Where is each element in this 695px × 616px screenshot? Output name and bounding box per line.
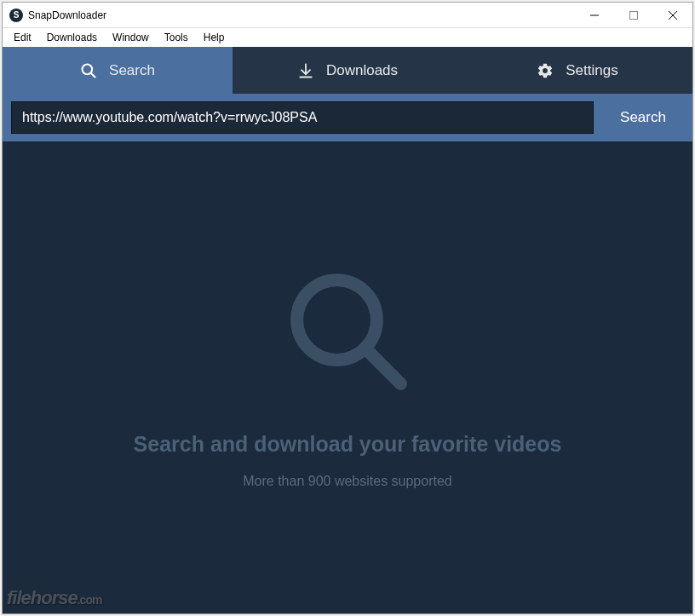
- magnifier-icon: [284, 267, 411, 398]
- app-icon: S: [9, 9, 23, 22]
- svg-line-5: [91, 72, 95, 77]
- tab-settings-label: Settings: [566, 62, 617, 79]
- tab-downloads-label: Downloads: [326, 62, 398, 79]
- tab-search[interactable]: Search: [3, 47, 233, 94]
- menu-help[interactable]: Help: [196, 30, 233, 45]
- menu-window[interactable]: Window: [105, 30, 157, 45]
- menu-edit[interactable]: Edit: [6, 30, 39, 45]
- menu-tools[interactable]: Tools: [157, 30, 196, 45]
- menubar: Edit Downloads Window Tools Help: [3, 28, 692, 47]
- window-controls: [575, 3, 692, 28]
- watermark: filehorse.com: [7, 587, 101, 609]
- search-icon: [80, 62, 97, 79]
- hero-title: Search and download your favorite videos: [134, 432, 562, 457]
- menu-downloads[interactable]: Downloads: [39, 30, 105, 45]
- app-window: S SnapDownloader Edit Downloads Window T…: [2, 2, 693, 614]
- app-body: Search Downloads Settings: [3, 47, 692, 613]
- url-input[interactable]: [11, 101, 594, 134]
- window-title: SnapDownloader: [28, 9, 106, 21]
- titlebar: S SnapDownloader: [3, 3, 692, 28]
- tab-search-label: Search: [109, 62, 155, 79]
- svg-rect-1: [630, 11, 638, 19]
- minimize-button[interactable]: [575, 3, 614, 28]
- tab-bar: Search Downloads Settings: [3, 47, 692, 94]
- tab-downloads[interactable]: Downloads: [233, 47, 462, 94]
- main-area: Search and download your favorite videos…: [3, 141, 692, 613]
- tab-settings[interactable]: Settings: [462, 47, 692, 94]
- gear-icon: [537, 62, 554, 79]
- search-button[interactable]: Search: [594, 94, 692, 141]
- svg-line-9: [366, 348, 401, 383]
- search-row: Search: [3, 94, 692, 141]
- close-button[interactable]: [653, 3, 692, 28]
- watermark-ext: .com: [78, 593, 102, 607]
- watermark-name: filehorse: [7, 587, 78, 608]
- download-icon: [297, 62, 314, 79]
- hero-subtitle: More than 900 websites supported: [243, 474, 451, 489]
- maximize-button[interactable]: [614, 3, 653, 28]
